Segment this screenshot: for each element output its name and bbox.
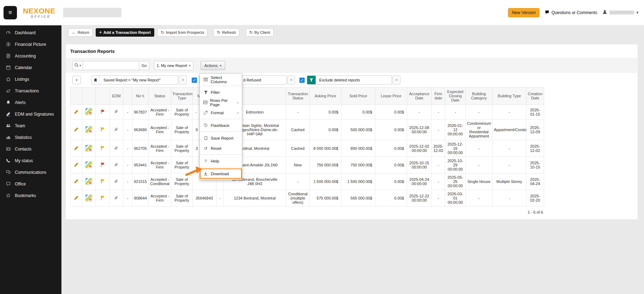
menu-item-rows-per-page[interactable]: Rows Per Page›	[200, 97, 242, 108]
chevron-right-icon: ›	[237, 100, 239, 105]
flag-icon[interactable]	[100, 195, 105, 200]
sidebar-item-contacts[interactable]: Contacts	[0, 143, 61, 155]
by-client-button[interactable]: ↻ By Client	[246, 28, 274, 37]
topbar-right: New Version Questions or Comments ▾	[508, 8, 644, 17]
map-icon[interactable]	[85, 145, 92, 152]
attachment-icon[interactable]	[114, 196, 119, 200]
column-header-acceptance-date[interactable]: Acceptance Date	[407, 87, 432, 105]
menu-item-download[interactable]: Download	[200, 169, 242, 179]
edit-pencil-icon[interactable]	[74, 109, 79, 114]
filter-expand-button[interactable]: ▾	[72, 76, 81, 84]
column-header-asking-price[interactable]: Asking Price	[310, 87, 341, 105]
actions-button[interactable]: Actions ▾	[201, 61, 225, 70]
return-button[interactable]: ← Return	[68, 28, 93, 37]
sidebar-item-transactions[interactable]: Transactions	[0, 85, 61, 97]
import-from-prospects-button[interactable]: ↻ Import from Prospects	[157, 28, 208, 37]
column-header-status[interactable]: Status	[149, 87, 171, 105]
sidebar-item-financial-picture[interactable]: Financial Picture	[0, 38, 61, 50]
flag-icon[interactable]	[100, 146, 105, 151]
new-version-button[interactable]: New Version	[508, 8, 539, 17]
sidebar-item-edm-and-signatures[interactable]: EDM and Signatures	[0, 108, 61, 120]
questions-comments-link[interactable]: Questions or Comments	[545, 10, 597, 16]
table-row: -953441Accepted - FirmSale of Propertyil…	[71, 157, 544, 173]
page-title: Transaction Reports	[70, 49, 633, 54]
column-header-building-type[interactable]: Building Type	[493, 87, 526, 105]
chevron-down-icon: ▾	[79, 64, 81, 67]
refresh-button[interactable]: ↻ Refresh	[213, 28, 239, 37]
sidebar-item-dashboard[interactable]: Dashboard	[0, 27, 61, 38]
remove-filter-button[interactable]: ×	[179, 75, 187, 85]
report-select[interactable]: 1. My new Report ▾	[154, 61, 193, 70]
edit-pencil-icon[interactable]	[74, 127, 79, 132]
menu-item-select-columns[interactable]: Select Columns	[200, 74, 242, 85]
search-input[interactable]	[83, 61, 139, 70]
menu-item-format[interactable]: Format›	[200, 108, 242, 118]
phone-icon	[5, 158, 11, 163]
edit-pencil-icon[interactable]	[74, 146, 79, 151]
hamburger-menu-button[interactable]: ≡	[4, 6, 17, 19]
filter-checkbox[interactable]: ✓	[299, 78, 305, 83]
hamburger-icon: ≡	[8, 9, 12, 16]
column-header-sold-price[interactable]: Sold Price	[341, 87, 375, 105]
flag-icon[interactable]	[100, 179, 105, 184]
flashback-icon	[203, 123, 208, 128]
map-icon[interactable]	[85, 161, 92, 168]
sidebar-item-listings[interactable]: Listings	[0, 73, 61, 85]
column-header-creation-date[interactable]: Creation Date	[526, 87, 544, 105]
sidebar-item-statistics[interactable]: Statistics	[0, 131, 61, 143]
menu-item-help[interactable]: ?Help	[200, 156, 242, 166]
reset-icon: ↺	[203, 146, 208, 151]
filter-chip-saved-report[interactable]: Saved Report = "My new Report"	[91, 75, 178, 85]
search-scope-button[interactable]: ▾	[72, 61, 83, 70]
sidebar-item-calendar[interactable]: Calendar	[0, 62, 61, 73]
logo-subtext: OFFICE	[23, 15, 55, 18]
sidebar-item-accounting[interactable]: Accounting	[0, 50, 61, 62]
speech-bubble-icon	[545, 10, 549, 16]
column-header-no[interactable]: No⇅	[132, 87, 149, 105]
column-header-transaction-type[interactable]: Transaction Type	[171, 87, 193, 105]
gauge-icon	[5, 30, 11, 35]
edit-pencil-icon[interactable]	[74, 162, 79, 167]
menu-item-reset[interactable]: ↺Reset	[200, 143, 242, 153]
sidebar-item-my-status[interactable]: My status	[0, 155, 61, 166]
map-icon[interactable]	[85, 178, 92, 185]
sidebar-item-alerts[interactable]: Alerts	[0, 97, 61, 108]
column-header-edm[interactable]: EDM	[110, 87, 123, 105]
menu-item-save-report[interactable]: Save Report	[200, 133, 242, 143]
flag-icon[interactable]	[100, 162, 105, 167]
filter-chip-exclude-deleted[interactable]: Exclude deleted reports	[307, 75, 392, 85]
attachment-icon[interactable]	[114, 127, 119, 132]
filter-checkbox[interactable]: ✓	[192, 78, 197, 83]
sidebar-item-bookmarks[interactable]: Bookmarks	[0, 190, 61, 201]
column-header-expected-closing-date[interactable]: Expected Closing Date	[445, 87, 466, 105]
sidebar-item-communications[interactable]: Communications	[0, 166, 61, 178]
edit-pencil-icon[interactable]	[74, 195, 79, 200]
column-header-building-category[interactable]: Building Category	[466, 87, 493, 105]
go-button[interactable]: Go	[139, 61, 149, 70]
refresh-icon: ↻	[217, 30, 220, 35]
remove-filter-button[interactable]: ×	[287, 75, 295, 85]
attachment-icon[interactable]	[114, 109, 119, 114]
attachment-icon[interactable]	[114, 179, 119, 184]
map-icon[interactable]	[85, 108, 92, 115]
menu-item-flashback[interactable]: Flashback	[200, 120, 242, 130]
map-icon[interactable]	[85, 195, 92, 201]
edit-pencil-icon[interactable]	[74, 179, 79, 184]
column-header-firm-date[interactable]: Firm date	[432, 87, 445, 105]
attachment-icon[interactable]	[114, 163, 119, 167]
column-header-transaction-status[interactable]: Transaction Status	[286, 87, 310, 105]
menu-item-filter[interactable]: Filter	[200, 87, 242, 97]
user-menu[interactable]: ▾	[602, 10, 638, 16]
attachment-icon[interactable]	[114, 146, 119, 151]
flag-icon[interactable]	[100, 127, 105, 132]
remove-filter-button[interactable]: ×	[393, 75, 400, 85]
map-icon[interactable]	[85, 126, 92, 133]
add-transaction-report-button[interactable]: + Add a Transaction Report	[96, 28, 154, 37]
sidebar-item-office[interactable]: Office	[0, 178, 61, 190]
flag-icon[interactable]	[100, 109, 105, 114]
column-header-lease-price[interactable]: Lease Price	[375, 87, 407, 105]
toolbar: ← Return + Add a Transaction Report ↻ Im…	[68, 28, 644, 37]
sidebar-item-team[interactable]: Team	[0, 120, 61, 131]
sidebar: DashboardFinancial PictureAccountingCale…	[0, 25, 61, 294]
save-icon	[203, 136, 208, 140]
